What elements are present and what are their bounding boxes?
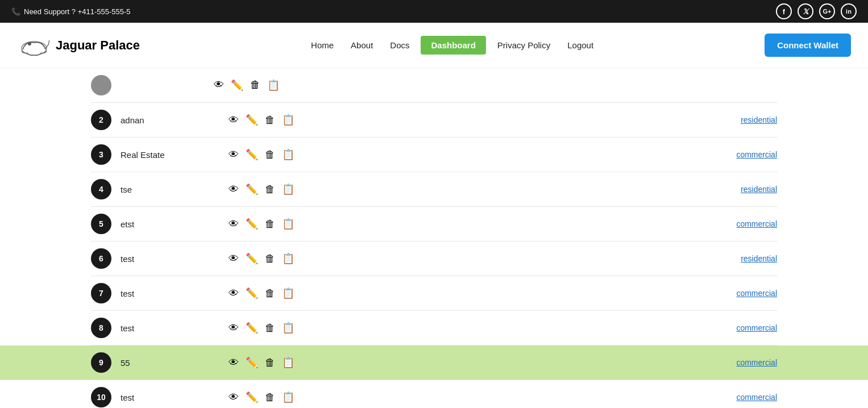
table-row: 4 tse 👁 ✏️ 🗑 📋 residential	[91, 172, 777, 207]
row-type-3[interactable]: commercial	[736, 219, 777, 228]
rows-container: 2 adnan 👁 ✏️ 🗑 📋 residential 3 Real Esta…	[91, 103, 777, 408]
clipboard-icon[interactable]: 📋	[282, 148, 294, 161]
row-actions-3: 👁 ✏️ 🗑 📋	[229, 218, 294, 230]
twitter-icon[interactable]: 𝕏	[798, 3, 813, 19]
delete-icon[interactable]: 🗑	[265, 253, 275, 265]
row-number-6: 6	[91, 248, 111, 269]
phone-icon: 📞	[11, 7, 20, 16]
row-type-0[interactable]: residential	[741, 115, 777, 124]
edit-icon-partial[interactable]: ✏️	[231, 79, 243, 91]
partial-icons: 👁 ✏️ 🗑 📋	[214, 79, 280, 91]
delete-icon[interactable]: 🗑	[265, 392, 275, 403]
logo: Jaguar Palace	[17, 32, 140, 58]
social-links: f 𝕏 G+ in	[776, 3, 857, 19]
row-number-3: 3	[91, 144, 111, 165]
nav-privacy-policy[interactable]: Privacy Policy	[492, 37, 556, 53]
row-name-8: test	[121, 393, 223, 402]
edit-icon[interactable]: ✏️	[246, 322, 258, 334]
logo-image	[17, 32, 51, 58]
view-icon[interactable]: 👁	[229, 184, 239, 195]
facebook-icon[interactable]: f	[776, 3, 792, 19]
table-row: 10 test 👁 ✏️ 🗑 📋 commercial	[91, 380, 777, 408]
view-icon[interactable]: 👁	[229, 149, 239, 161]
row-number-2: 2	[91, 110, 111, 130]
row-number-7: 7	[91, 283, 111, 303]
main-nav: Home About Docs Dashboard Privacy Policy…	[305, 36, 599, 55]
view-icon[interactable]: 👁	[229, 218, 239, 230]
view-icon[interactable]: 👁	[229, 114, 239, 126]
edit-icon[interactable]: ✏️	[246, 252, 258, 265]
view-icon[interactable]: 👁	[229, 322, 239, 334]
row-name-4: test	[121, 254, 223, 264]
edit-icon[interactable]: ✏️	[246, 391, 258, 403]
table-row: 9 55 👁 ✏️ 🗑 📋 commercial	[0, 345, 868, 380]
edit-icon[interactable]: ✏️	[246, 148, 258, 161]
delete-icon[interactable]: 🗑	[265, 322, 275, 334]
clipboard-icon[interactable]: 📋	[282, 218, 294, 230]
clipboard-icon[interactable]: 📋	[282, 114, 294, 126]
partial-row: 👁 ✏️ 🗑 📋	[91, 68, 777, 103]
linkedin-icon[interactable]: in	[841, 3, 857, 19]
row-name-7: 55	[121, 358, 223, 368]
row-number-4: 4	[91, 179, 111, 199]
row-name-0: adnan	[121, 115, 223, 125]
delete-icon[interactable]: 🗑	[265, 114, 275, 126]
clipboard-icon[interactable]: 📋	[282, 322, 294, 334]
row-type-1[interactable]: commercial	[736, 150, 777, 159]
table-row: 8 test 👁 ✏️ 🗑 📋 commercial	[91, 311, 777, 345]
nav-logout[interactable]: Logout	[562, 37, 599, 53]
google-plus-icon[interactable]: G+	[819, 3, 835, 19]
row-name-1: Real Estate	[121, 150, 223, 160]
row-actions-4: 👁 ✏️ 🗑 📋	[229, 252, 294, 265]
edit-icon[interactable]: ✏️	[246, 114, 258, 126]
table-row: 3 Real Estate 👁 ✏️ 🗑 📋 commercial	[91, 138, 777, 172]
logo-text: Jaguar Palace	[56, 38, 140, 53]
clipboard-icon[interactable]: 📋	[282, 287, 294, 299]
row-type-8[interactable]: commercial	[736, 393, 777, 402]
clipboard-icon[interactable]: 📋	[282, 252, 294, 265]
support-text: Need Support ? +411-555-555-5	[24, 7, 131, 16]
view-icon[interactable]: 👁	[229, 253, 239, 265]
delete-icon[interactable]: 🗑	[265, 218, 275, 230]
nav-about[interactable]: About	[345, 37, 379, 53]
clipboard-icon[interactable]: 📋	[282, 391, 294, 403]
row-type-5[interactable]: commercial	[736, 289, 777, 298]
view-icon[interactable]: 👁	[229, 357, 239, 369]
row-type-7[interactable]: commercial	[736, 358, 777, 367]
header: Jaguar Palace Home About Docs Dashboard …	[0, 23, 868, 68]
row-name-2: tse	[121, 185, 223, 194]
nav-dashboard[interactable]: Dashboard	[421, 36, 485, 55]
table-row: 2 adnan 👁 ✏️ 🗑 📋 residential	[91, 103, 777, 138]
row-actions-6: 👁 ✏️ 🗑 📋	[229, 322, 294, 334]
nav-docs[interactable]: Docs	[384, 37, 415, 53]
edit-icon[interactable]: ✏️	[246, 183, 258, 195]
row-actions-2: 👁 ✏️ 🗑 📋	[229, 183, 294, 195]
row-number-8: 8	[91, 318, 111, 338]
connect-wallet-button[interactable]: Connect Wallet	[765, 34, 851, 57]
row-actions-5: 👁 ✏️ 🗑 📋	[229, 287, 294, 299]
delete-icon[interactable]: 🗑	[265, 288, 275, 299]
clipboard-icon[interactable]: 📋	[282, 183, 294, 195]
row-number-10: 10	[91, 387, 111, 407]
view-icon[interactable]: 👁	[229, 288, 239, 299]
table-row: 7 test 👁 ✏️ 🗑 📋 commercial	[91, 276, 777, 311]
view-icon-partial[interactable]: 👁	[214, 79, 224, 91]
row-actions-0: 👁 ✏️ 🗑 📋	[229, 114, 294, 126]
delete-icon[interactable]: 🗑	[265, 149, 275, 161]
edit-icon[interactable]: ✏️	[246, 218, 258, 230]
nav-home[interactable]: Home	[305, 37, 339, 53]
delete-icon-partial[interactable]: 🗑	[250, 79, 260, 91]
clipboard-icon-partial[interactable]: 📋	[267, 79, 280, 91]
view-icon[interactable]: 👁	[229, 392, 239, 403]
edit-icon[interactable]: ✏️	[246, 356, 258, 369]
delete-icon[interactable]: 🗑	[265, 357, 275, 369]
row-type-2[interactable]: residential	[741, 185, 777, 194]
row-name-6: test	[121, 323, 223, 333]
row-actions-1: 👁 ✏️ 🗑 📋	[229, 148, 294, 161]
clipboard-icon[interactable]: 📋	[282, 356, 294, 369]
row-number-5: 5	[91, 214, 111, 234]
edit-icon[interactable]: ✏️	[246, 287, 258, 299]
row-type-6[interactable]: commercial	[736, 323, 777, 332]
delete-icon[interactable]: 🗑	[265, 184, 275, 195]
row-type-4[interactable]: residential	[741, 254, 777, 263]
